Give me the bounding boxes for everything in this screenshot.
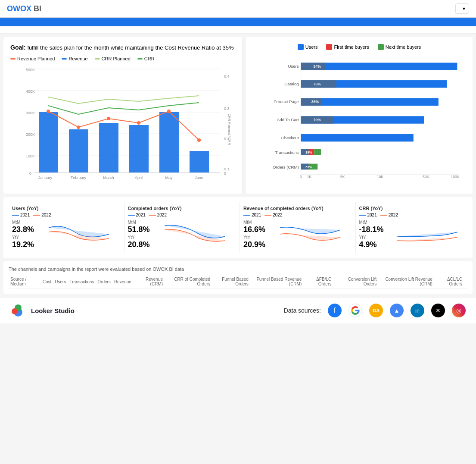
kpi-crr-mtm: -18.1% xyxy=(359,225,384,234)
goal-text: Goal: fulfill the sales plan for the mon… xyxy=(10,44,235,51)
kpi-orders-yty-label: YtY xyxy=(128,235,135,240)
kpi-crr-2022-label: 2022 xyxy=(389,213,398,217)
svg-text:February: February xyxy=(71,176,87,180)
funnel-users-dot xyxy=(298,44,304,50)
data-table: Source / Medium Cost Users Transactions … xyxy=(9,275,467,288)
funnel-ntb-dot xyxy=(378,44,384,50)
kpi-crr-legend: 2021 2022 xyxy=(359,213,464,217)
kpi-revenue: Revenue of completed orders (YoY) 2021 2… xyxy=(240,202,352,253)
google-analytics-icon: GA xyxy=(369,304,383,317)
funnel-legend-ftb: First time buyers xyxy=(326,44,369,50)
svg-point-27 xyxy=(167,110,171,113)
kpi-orders-mtm-label: MtM xyxy=(128,220,136,225)
svg-text:5K: 5K xyxy=(340,175,345,179)
svg-rect-18 xyxy=(69,129,88,172)
facebook-icon: f xyxy=(328,304,342,317)
main-content: Goal: fulfill the sales plan for the mon… xyxy=(0,34,476,197)
kpi-users-chart xyxy=(41,219,117,245)
svg-point-25 xyxy=(107,117,110,120)
svg-point-24 xyxy=(77,125,80,129)
svg-text:CRR Planned / CRR: CRR Planned / CRR xyxy=(227,114,231,145)
svg-text:50K: 50K xyxy=(423,175,429,179)
kpi-orders-yty-group: YtY 20.8% xyxy=(128,234,150,249)
svg-text:Transactions: Transactions xyxy=(275,150,299,155)
legend-crr-planned-label: CRR Planned xyxy=(102,56,131,61)
kpi-crr-chart xyxy=(391,219,464,245)
svg-text:0.1: 0.1 xyxy=(224,167,230,171)
col-users: Users xyxy=(53,275,68,288)
kpi-orders-legend-2022: 2022 xyxy=(149,213,167,217)
revenue-chart: 500K 400K 300K 200K 100K 0 0.4 0.3 0.2 0… xyxy=(10,65,235,187)
goal-description: fulfill the sales plan for the month whi… xyxy=(27,44,233,51)
kpi-revenue-mtm-label: MtM xyxy=(243,220,252,225)
left-panel: Goal: fulfill the sales plan for the mon… xyxy=(3,37,243,194)
svg-text:300K: 300K xyxy=(26,111,35,115)
svg-rect-61 xyxy=(301,134,414,141)
kpi-crr-legend-2022: 2022 xyxy=(380,213,398,217)
kpi-orders-sparkline xyxy=(157,219,233,249)
kpi-revenue-yty-label: YtY xyxy=(243,235,250,240)
crr-planned-dot xyxy=(95,58,100,60)
legend-crr-planned: CRR Planned xyxy=(95,56,131,61)
funnel-legend-ftb-label: First time buyers xyxy=(334,44,369,50)
col-delta-cl: ΔCL/LC Orders xyxy=(434,275,464,288)
logo: OWOX BI xyxy=(7,4,41,13)
table-section: The channels and campaigns in the report… xyxy=(3,261,473,294)
col-delta-fb: ΔFB/LC Orders xyxy=(303,275,333,288)
kpi-users-sparkline xyxy=(41,219,117,249)
footer-left: Looker Studio xyxy=(10,303,75,318)
crr-dot xyxy=(137,58,143,60)
kpi-mtm-label: MtM xyxy=(12,220,20,225)
svg-text:200K: 200K xyxy=(26,132,35,137)
kpi-users-mtm: 23.8% xyxy=(12,225,34,234)
google-icon xyxy=(348,304,362,317)
svg-point-23 xyxy=(47,110,50,113)
funnel-legend-users-label: Users xyxy=(305,44,318,50)
svg-text:35%: 35% xyxy=(311,100,319,104)
funnel-chart-svg: 0 1K 5K 10K 50K 100K Users 54% Catalog 7… xyxy=(253,55,466,185)
svg-text:April: April xyxy=(135,176,143,180)
kpi-crr-legend-2021: 2021 xyxy=(359,213,377,217)
kpi-legend-2022: 2022 xyxy=(33,213,51,217)
kpi-revenue-metric: MtM 16.6% YtY 20.9% xyxy=(243,219,348,249)
date-range-picker[interactable]: ▾ xyxy=(455,3,469,14)
legend-revenue-label: Revenue xyxy=(68,56,87,61)
svg-text:0.3: 0.3 xyxy=(224,107,230,111)
svg-rect-19 xyxy=(99,123,118,172)
svg-rect-22 xyxy=(190,151,209,172)
google-logo-svg xyxy=(351,306,360,315)
kpi-orders-metric: MtM 51.8% YtY 20.8% xyxy=(128,219,233,249)
kpi-crr-title: CRR (YoY) xyxy=(359,206,464,211)
instagram-icon: ◎ xyxy=(452,304,466,317)
kpi-revenue-yty: 20.9% xyxy=(243,240,265,249)
svg-text:63%: 63% xyxy=(305,165,312,169)
footer: Looker Studio Data sources: f GA ▲ in ✕ … xyxy=(0,297,476,323)
legend-revenue-planned: Revenue Planned xyxy=(10,56,55,61)
kpi-revenue-mtm: 16.6% xyxy=(243,225,265,234)
header: OWOX BI ▾ xyxy=(0,0,476,18)
svg-text:March: March xyxy=(103,176,114,180)
svg-text:70%: 70% xyxy=(314,118,321,122)
kpi-users-yty: 19.2% xyxy=(12,240,34,249)
kpi-2021-line xyxy=(12,215,19,216)
google-ads-icon: ▲ xyxy=(390,304,404,317)
svg-text:0: 0 xyxy=(29,171,31,176)
svg-text:Product Page: Product Page xyxy=(274,99,299,104)
linkedin-icon: in xyxy=(411,304,424,317)
col-crr-completed: CRR of Completed Orders xyxy=(165,275,212,288)
kpi-orders-2022-label: 2022 xyxy=(157,213,167,217)
kpi-2022-line xyxy=(33,215,40,216)
col-revenue: Revenue xyxy=(112,275,133,288)
col-transactions: Transactions xyxy=(68,275,96,288)
col-conv-lift-orders: Conversion Lift Orders xyxy=(336,275,378,288)
kpi-crr-mtm-label: MtM xyxy=(359,220,367,225)
legend-crr-label: CRR xyxy=(144,56,155,61)
svg-text:1K: 1K xyxy=(307,175,312,179)
funnel-ftb-dot xyxy=(326,44,332,50)
svg-rect-65 xyxy=(314,149,320,155)
kpi-2021-label: 2021 xyxy=(20,213,30,217)
svg-text:Checkout: Checkout xyxy=(281,135,299,140)
kpi-users: Users (YoY) 2021 2022 MtM 23.8% YtY 19.2… xyxy=(9,202,121,253)
kpi-revenue-2022-line xyxy=(264,215,271,216)
kpi-mtm-group: MtM 23.8% xyxy=(12,219,34,234)
